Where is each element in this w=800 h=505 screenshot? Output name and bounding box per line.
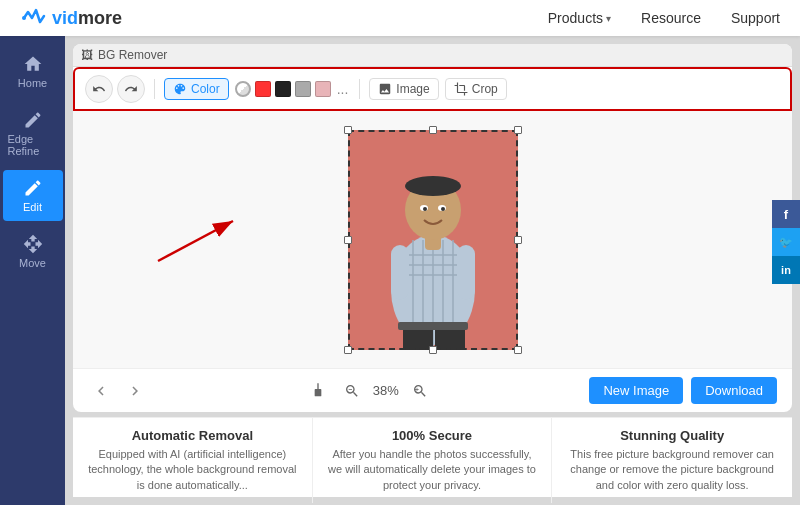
- chevron-down-icon: ▾: [606, 13, 611, 24]
- person-image: [348, 130, 518, 350]
- hand-icon: [310, 383, 326, 399]
- handle-tc[interactable]: [429, 126, 437, 134]
- svg-point-21: [441, 207, 445, 211]
- handle-tr[interactable]: [514, 126, 522, 134]
- nav-resource[interactable]: Resource: [641, 10, 701, 26]
- svg-rect-24: [398, 322, 468, 330]
- svg-rect-13: [391, 245, 409, 300]
- handle-br[interactable]: [514, 346, 522, 354]
- arrow-annotation: [153, 211, 253, 275]
- action-buttons: New Image Download: [589, 377, 777, 404]
- download-button[interactable]: Download: [691, 377, 777, 404]
- svg-rect-14: [457, 245, 475, 300]
- crop-button[interactable]: Crop: [445, 78, 507, 100]
- sidebar-item-edit[interactable]: Edit: [3, 170, 63, 221]
- color-red[interactable]: [255, 81, 271, 97]
- nav-items: Products ▾ Resource Support: [548, 10, 780, 26]
- color-palette-icon: [173, 82, 187, 96]
- canvas-area[interactable]: [73, 111, 792, 368]
- move-icon: [23, 234, 43, 254]
- logo-text: vidmore: [52, 8, 122, 29]
- zoom-controls: 38%: [305, 378, 433, 404]
- undo-icon: [92, 82, 106, 96]
- color-swatches: ...: [235, 79, 351, 99]
- linkedin-button[interactable]: in: [772, 256, 800, 284]
- new-image-button[interactable]: New Image: [589, 377, 683, 404]
- next-button[interactable]: [122, 378, 148, 404]
- zoom-out-button[interactable]: [339, 378, 365, 404]
- bottom-controls: 38% New Image Download: [73, 368, 792, 412]
- redo-icon: [124, 82, 138, 96]
- color-black[interactable]: [275, 81, 291, 97]
- svg-point-0: [22, 16, 26, 20]
- facebook-button[interactable]: f: [772, 200, 800, 228]
- edge-refine-icon: [23, 110, 43, 130]
- feature-secure: 100% Secure After you handle the photos …: [313, 418, 553, 503]
- color-tab[interactable]: Color: [164, 78, 229, 100]
- canvas-image: [348, 130, 518, 350]
- sidebar-item-edge-refine[interactable]: Edge Refine: [3, 102, 63, 165]
- panel-header: 🖼 BG Remover: [73, 44, 792, 67]
- handle-tl[interactable]: [344, 126, 352, 134]
- svg-point-20: [423, 207, 427, 211]
- color-pink[interactable]: [315, 81, 331, 97]
- prev-button[interactable]: [88, 378, 114, 404]
- main-area: Home Edge Refine Edit Move: [0, 36, 800, 505]
- more-colors-button[interactable]: ...: [335, 79, 351, 99]
- image-button[interactable]: Image: [369, 78, 438, 100]
- color-gray[interactable]: [295, 81, 311, 97]
- twitter-button[interactable]: 🐦: [772, 228, 800, 256]
- social-sidebar: f 🐦 in: [772, 200, 800, 284]
- features-bar: Automatic Removal Equipped with AI (arti…: [73, 417, 792, 497]
- handle-mr[interactable]: [514, 236, 522, 244]
- toolbar: Color ... Image: [73, 67, 792, 111]
- sidebar-item-move[interactable]: Move: [3, 226, 63, 277]
- panel-header-icon: 🖼: [81, 48, 93, 62]
- nav-support[interactable]: Support: [731, 10, 780, 26]
- zoom-in-icon: [412, 383, 428, 399]
- handle-bl[interactable]: [344, 346, 352, 354]
- editor-panel: 🖼 BG Remover: [73, 44, 792, 412]
- separator-1: [154, 79, 155, 99]
- zoom-in-button[interactable]: [407, 378, 433, 404]
- crop-icon: [454, 82, 468, 96]
- nav-products[interactable]: Products ▾: [548, 10, 611, 26]
- separator-2: [359, 79, 360, 99]
- chevron-right-icon: [126, 382, 144, 400]
- handle-bc[interactable]: [429, 346, 437, 354]
- logo[interactable]: vidmore: [20, 8, 122, 29]
- hand-tool-button[interactable]: [305, 378, 331, 404]
- redo-button[interactable]: [117, 75, 145, 103]
- edit-icon: [23, 178, 43, 198]
- image-icon: [378, 82, 392, 96]
- home-icon: [23, 54, 43, 74]
- color-transparent[interactable]: [235, 81, 251, 97]
- feature-quality: Stunning Quality This free picture backg…: [552, 418, 792, 503]
- sidebar-item-home[interactable]: Home: [3, 46, 63, 97]
- zoom-level: 38%: [373, 383, 399, 398]
- svg-point-17: [405, 176, 461, 196]
- undo-button[interactable]: [85, 75, 113, 103]
- svg-line-2: [158, 221, 233, 261]
- bottom-nav-buttons: [88, 378, 148, 404]
- logo-icon: [20, 8, 48, 28]
- sidebar: Home Edge Refine Edit Move: [0, 36, 65, 505]
- feature-automatic: Automatic Removal Equipped with AI (arti…: [73, 418, 313, 503]
- header: vidmore Products ▾ Resource Support: [0, 0, 800, 36]
- undo-redo-group: [85, 75, 145, 103]
- handle-ml[interactable]: [344, 236, 352, 244]
- image-selection[interactable]: [348, 130, 518, 350]
- zoom-out-icon: [344, 383, 360, 399]
- chevron-left-icon: [92, 382, 110, 400]
